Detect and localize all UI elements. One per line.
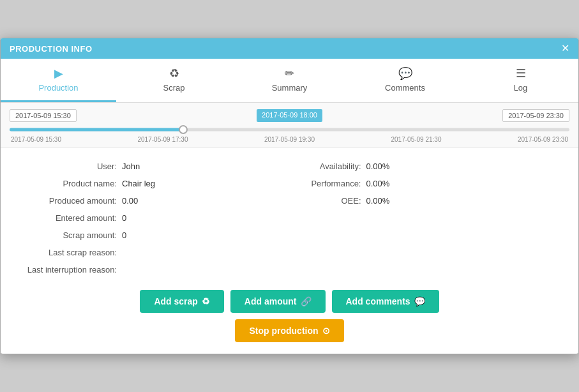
tab-comments[interactable]: 💬 Comments — [347, 59, 463, 102]
timeline-label-right: 2017-05-09 23:30 — [502, 109, 569, 122]
produced-row: Produced amount: 0.00 — [20, 192, 290, 209]
timeline-thumb[interactable] — [179, 125, 188, 134]
performance-value: 0.00% — [366, 179, 390, 188]
availability-row: Availability: 0.00% — [290, 158, 560, 175]
add-scrap-label: Add scrap — [154, 296, 197, 306]
last-scrap-row: Last scrap reason: — [20, 244, 290, 261]
tab-bar: ▶ Production ♻ Scrap ✏ Summary 💬 Comment… — [1, 59, 578, 103]
scrap-amount-row: Scrap amount: 0 — [20, 227, 290, 244]
timeline-axis: 2017-05-09 15:30 2017-05-09 17:30 2017-0… — [10, 136, 569, 143]
add-comments-icon: 💬 — [414, 296, 425, 306]
add-amount-icon: 🔗 — [301, 296, 312, 306]
summary-tab-icon: ✏ — [285, 66, 294, 80]
tab-summary-label: Summary — [272, 83, 308, 93]
axis-label-1: 2017-05-09 17:30 — [138, 136, 188, 143]
log-tab-icon: ☰ — [516, 66, 526, 80]
add-amount-label: Add amount — [244, 296, 297, 306]
availability-value: 0.00% — [366, 162, 390, 171]
scrap-amount-value: 0 — [122, 230, 126, 240]
add-comments-label: Add comments — [346, 296, 410, 306]
last-interrupt-label: Last interruption reason: — [20, 265, 122, 275]
timeline-label-left: 2017-05-09 15:30 — [10, 109, 77, 122]
oee-label: OEE: — [290, 196, 366, 206]
user-label: User: — [20, 162, 122, 171]
product-row: Product name: Chair leg — [20, 175, 290, 192]
performance-label: Performance: — [290, 179, 366, 188]
production-tab-icon: ▶ — [54, 66, 63, 80]
produced-label: Produced amount: — [20, 196, 122, 206]
axis-label-3: 2017-05-09 21:30 — [391, 136, 442, 143]
stop-row: Stop production ⊙ — [20, 319, 559, 342]
product-value: Chair leg — [122, 179, 155, 188]
info-right: Availability: 0.00% Performance: 0.00% O… — [290, 158, 560, 278]
timeline-slider[interactable] — [10, 126, 569, 133]
action-buttons: Add scrap ♻ Add amount 🔗 Add comments 💬 — [20, 290, 559, 313]
oee-value: 0.00% — [366, 196, 390, 206]
modal-title: PRODUCTION INFO — [10, 44, 93, 54]
add-comments-button[interactable]: Add comments 💬 — [332, 290, 439, 313]
tab-log-label: Log — [514, 83, 528, 93]
close-button[interactable]: ✕ — [561, 43, 569, 54]
tab-scrap[interactable]: ♻ Scrap — [116, 59, 232, 102]
info-grid: User: John Product name: Chair leg Produ… — [20, 158, 559, 278]
produced-value: 0.00 — [122, 196, 138, 206]
product-label: Product name: — [20, 179, 122, 188]
info-left: User: John Product name: Chair leg Produ… — [20, 158, 290, 278]
entered-row: Entered amount: 0 — [20, 209, 290, 227]
axis-label-2: 2017-05-09 19:30 — [264, 136, 315, 143]
timeline-section: 2017-05-09 15:30 2017-05-09 18:00 2017-0… — [1, 103, 578, 147]
tab-summary[interactable]: ✏ Summary — [232, 59, 347, 102]
availability-label: Availability: — [290, 162, 366, 171]
add-scrap-icon: ♻ — [202, 296, 210, 306]
add-amount-button[interactable]: Add amount 🔗 — [230, 290, 326, 313]
performance-row: Performance: 0.00% — [290, 175, 560, 192]
user-row: User: John — [20, 158, 290, 175]
entered-label: Entered amount: — [20, 213, 122, 223]
tab-comments-label: Comments — [385, 83, 425, 93]
oee-row: OEE: 0.00% — [290, 192, 560, 209]
tab-production[interactable]: ▶ Production — [1, 59, 116, 102]
stop-production-icon: ⊙ — [322, 326, 330, 336]
tab-production-label: Production — [38, 83, 78, 93]
scrap-amount-label: Scrap amount: — [20, 230, 122, 240]
axis-label-4: 2017-05-09 23:30 — [518, 136, 568, 143]
add-scrap-button[interactable]: Add scrap ♻ — [140, 290, 223, 313]
stop-production-button[interactable]: Stop production ⊙ — [235, 319, 343, 342]
tab-log[interactable]: ☰ Log — [463, 59, 578, 102]
timeline-labels: 2017-05-09 15:30 2017-05-09 18:00 2017-0… — [10, 109, 569, 122]
tab-scrap-label: Scrap — [163, 83, 185, 93]
production-info-modal: PRODUCTION INFO ✕ ▶ Production ♻ Scrap ✏… — [0, 38, 579, 354]
scrap-tab-icon: ♻ — [169, 66, 179, 80]
axis-label-0: 2017-05-09 15:30 — [11, 136, 61, 143]
entered-value: 0 — [122, 213, 126, 223]
user-value: John — [122, 162, 140, 171]
last-interrupt-row: Last interruption reason: — [20, 261, 290, 278]
content-area: User: John Product name: Chair leg Produ… — [1, 147, 578, 354]
timeline-fill — [10, 128, 183, 132]
comments-tab-icon: 💬 — [398, 66, 412, 80]
timeline-label-center: 2017-05-09 18:00 — [257, 109, 322, 122]
modal-header: PRODUCTION INFO ✕ — [1, 38, 578, 59]
stop-production-label: Stop production — [249, 326, 318, 336]
last-scrap-label: Last scrap reason: — [20, 248, 122, 257]
